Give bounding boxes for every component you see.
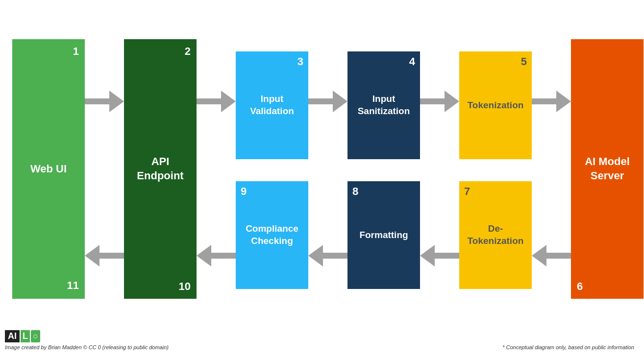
step-number-6: 6 — [577, 280, 583, 293]
block-input-sanitization: 4 InputSanitization — [347, 51, 420, 159]
step-number-11: 11 — [12, 279, 85, 292]
arrow-9-10 — [197, 245, 236, 266]
arrow-4-5 — [420, 91, 459, 112]
block-label-input-validation: InputValidation — [250, 93, 294, 117]
flow-area: 1 Web UI 2 10 APIEndpoint 3 InputValidat… — [8, 39, 636, 313]
step-number-3: 3 — [297, 55, 303, 68]
footer-left: AI L ○ Image created by Brian Madden © C… — [5, 330, 169, 350]
block-web-ui: 1 Web UI — [12, 39, 85, 299]
block-label-formatting: Formatting — [359, 230, 408, 240]
step-number-5: 5 — [521, 55, 527, 68]
block-label-ai-model-server: AI ModelServer — [585, 155, 630, 183]
block-input-validation: 3 InputValidation — [236, 51, 308, 159]
block-de-tokenization: 7 De-Tokenization — [459, 181, 532, 289]
arrow-2-3 — [197, 91, 236, 112]
arrow-3-4 — [308, 91, 347, 112]
footer-disclaimer: * Conceptual diagram only, based on publ… — [502, 344, 634, 350]
block-label-input-sanitization: InputSanitization — [358, 93, 410, 117]
block-label-compliance-checking: ComplianceChecking — [246, 223, 298, 247]
block-ai-model-server: 6 AI ModelServer — [571, 39, 644, 299]
arrow-8-9 — [308, 245, 347, 266]
block-label-tokenization: Tokenization — [468, 100, 524, 111]
block-label-web-ui: Web UI — [30, 163, 67, 175]
block-compliance-checking: 9 ComplianceChecking — [236, 181, 308, 289]
step-number-10: 10 — [179, 280, 191, 293]
block-tokenization: 5 Tokenization — [459, 51, 532, 159]
arrow-5-6 — [532, 91, 571, 112]
block-label-api-endpoint: APIEndpoint — [137, 155, 183, 183]
step-number-1: 1 — [73, 45, 79, 58]
step-number-9: 9 — [241, 185, 247, 198]
arrow-10-11 — [85, 245, 124, 266]
diagram-container: 1 Web UI 2 10 APIEndpoint 3 InputValidat… — [0, 0, 644, 323]
arrow-6-7 — [532, 245, 571, 266]
arrow-7-8 — [420, 245, 459, 266]
step-number-8: 8 — [352, 185, 358, 198]
block-api-endpoint: 2 10 APIEndpoint — [124, 39, 197, 299]
block-label-de-tokenization: De-Tokenization — [468, 223, 524, 247]
block-formatting: 8 Formatting — [347, 181, 420, 289]
footer-caption: Image created by Brian Madden © CC 0 (re… — [5, 344, 169, 350]
step-number-7: 7 — [464, 185, 470, 198]
step-number-2: 2 — [185, 45, 191, 58]
logo: AI L ○ — [5, 330, 169, 342]
step-number-4: 4 — [409, 55, 415, 68]
arrow-1-2 — [85, 91, 124, 112]
